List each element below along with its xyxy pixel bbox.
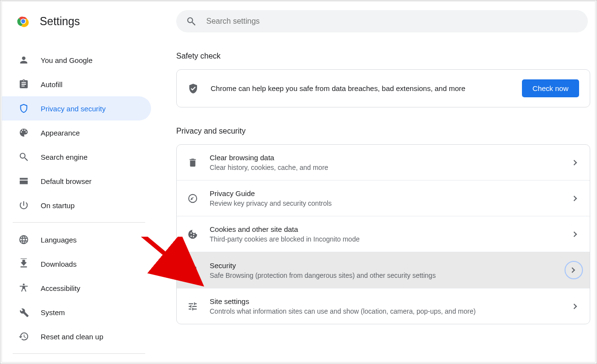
row-clear-browsing-data[interactable]: Clear browsing data Clear history, cooki… [177, 145, 590, 180]
row-title: Security [210, 261, 565, 270]
search-box[interactable] [176, 10, 588, 32]
row-title: Site settings [210, 297, 572, 305]
app-header: Settings [2, 1, 595, 41]
chevron-right-icon [571, 160, 577, 165]
sidebar-item-label: Downloads [41, 260, 77, 268]
shield-icon [187, 265, 198, 275]
person-icon [18, 55, 29, 65]
svg-point-1 [21, 19, 25, 23]
search-icon [18, 152, 29, 162]
row-security[interactable]: Security Safe Browsing (protection from … [177, 252, 590, 288]
sidebar-item-label: Languages [41, 236, 77, 244]
sidebar-divider [13, 353, 145, 354]
sidebar-item-label: Privacy and security [41, 105, 106, 113]
accessibility-icon [18, 283, 29, 293]
sidebar-item-label: Reset and clean up [41, 333, 103, 341]
sidebar-item-autofill[interactable]: Autofill [2, 72, 151, 96]
sidebar-item-label: Accessibility [41, 284, 80, 292]
focus-ring [565, 261, 583, 279]
safety-check-card: Chrome can help keep you safe from data … [176, 69, 590, 107]
sidebar-item-on-startup[interactable]: On startup [2, 193, 151, 217]
palette-icon [18, 127, 29, 138]
sidebar-item-privacy-security[interactable]: Privacy and security [2, 96, 151, 121]
restore-icon [18, 331, 29, 342]
chevron-right-icon [569, 267, 575, 273]
sidebar-item-label: Appearance [41, 129, 80, 137]
sidebar-item-extensions[interactable]: Extensions [2, 359, 151, 362]
shield-check-icon [187, 83, 199, 94]
sidebar-item-appearance[interactable]: Appearance [2, 121, 151, 145]
safety-check-heading: Safety check [176, 52, 590, 61]
row-title: Cookies and other site data [210, 225, 572, 233]
chrome-logo-icon [16, 15, 30, 28]
row-title: Clear browsing data [210, 153, 572, 162]
sidebar-item-search-engine[interactable]: Search engine [2, 145, 151, 169]
sidebar-item-default-browser[interactable]: Default browser [2, 169, 151, 193]
row-cookies[interactable]: Cookies and other site data Third-party … [177, 216, 590, 252]
content-area: Safety check Chrome can help keep you sa… [156, 41, 595, 362]
row-subtitle: Clear history, cookies, cache, and more [210, 164, 572, 171]
cookie-icon [187, 229, 198, 240]
chevron-right-icon [571, 303, 577, 309]
row-site-settings[interactable]: Site settings Controls what information … [177, 288, 590, 324]
wrench-icon [18, 307, 29, 318]
compass-icon [187, 193, 198, 204]
power-icon [18, 200, 29, 211]
sidebar-item-you-and-google[interactable]: You and Google [2, 48, 151, 72]
privacy-security-heading: Privacy and security [176, 127, 590, 136]
trash-icon [187, 157, 198, 168]
row-title: Privacy Guide [210, 189, 572, 197]
sidebar-item-label: On startup [41, 201, 75, 210]
row-subtitle: Review key privacy and security controls [210, 199, 572, 207]
row-subtitle: Safe Browsing (protection from dangerous… [210, 272, 565, 279]
sidebar-item-label: You and Google [41, 56, 92, 64]
tune-icon [187, 301, 198, 312]
check-now-button[interactable]: Check now [522, 79, 579, 97]
sidebar-item-label: Default browser [41, 177, 92, 185]
shield-icon [18, 103, 29, 114]
clipboard-icon [18, 79, 29, 90]
sidebar-item-reset[interactable]: Reset and clean up [2, 324, 151, 349]
row-subtitle: Controls what information sites can use … [210, 307, 572, 315]
sidebar-divider [13, 222, 145, 223]
sidebar-item-accessibility[interactable]: Accessibility [2, 276, 151, 300]
row-subtitle: Third-party cookies are blocked in Incog… [210, 235, 572, 243]
browser-icon [18, 176, 29, 186]
download-icon [18, 258, 29, 269]
chevron-right-icon [571, 196, 577, 201]
sidebar-item-label: System [41, 308, 65, 317]
privacy-list-card: Clear browsing data Clear history, cooki… [176, 144, 590, 324]
sidebar-item-system[interactable]: System [2, 300, 151, 324]
sidebar: You and Google Autofill Privacy and secu… [2, 41, 156, 362]
safety-check-description: Chrome can help keep you safe from data … [211, 84, 522, 92]
chevron-right-icon [571, 231, 577, 237]
sidebar-item-downloads[interactable]: Downloads [2, 252, 151, 276]
page-title: Settings [40, 15, 80, 28]
sidebar-item-languages[interactable]: Languages [2, 228, 151, 252]
sidebar-item-label: Search engine [41, 153, 88, 161]
globe-icon [18, 234, 29, 245]
search-icon [186, 16, 197, 27]
search-input[interactable] [206, 17, 578, 26]
sidebar-item-label: Autofill [41, 80, 62, 89]
row-privacy-guide[interactable]: Privacy Guide Review key privacy and sec… [177, 180, 590, 216]
